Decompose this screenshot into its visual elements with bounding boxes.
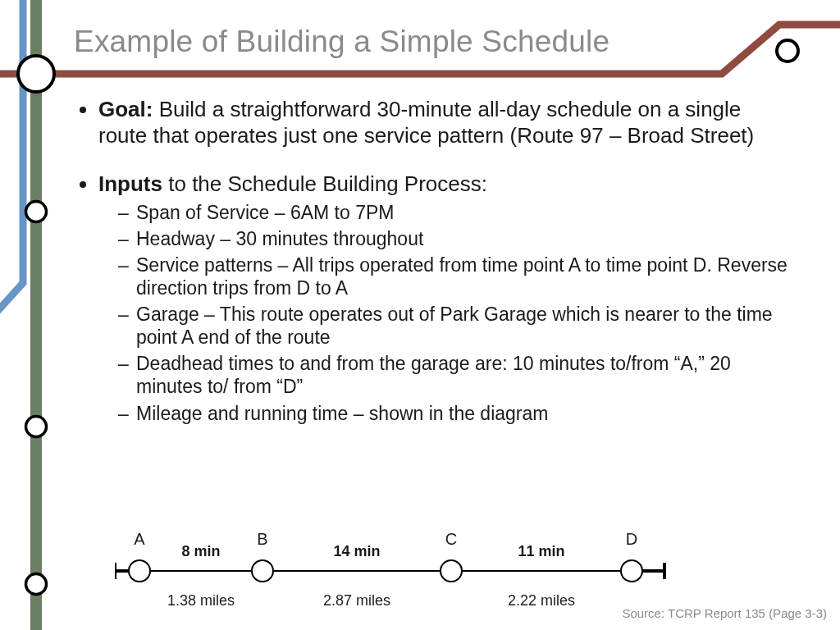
input-item: Service patterns – All trips operated fr… [118,253,791,299]
goal-bullet: Goal: Build a straightforward 30-minute … [98,97,791,148]
input-item: Span of Service – 6AM to 7PM [118,201,791,224]
inputs-sublist: Span of Service – 6AM to 7PM Headway – 3… [98,201,791,424]
diagram-seg-miles: 1.38 miles [167,592,235,609]
bullet-list: Goal: Build a straightforward 30-minute … [74,97,791,425]
goal-label: Goal: [98,97,153,121]
diagram-seg-time: 11 min [518,543,564,560]
goal-text: Build a straightforward 30-minute all-da… [98,97,754,148]
route-diagram: A B C D 8 min 14 min 11 min 1.38 miles 2… [115,528,705,619]
diagram-node-c [440,559,463,582]
slide-title: Example of Building a Simple Schedule [74,25,791,59]
diagram-seg-time: 8 min [181,543,220,560]
diagram-node-b [251,559,274,582]
diagram-node-label: A [134,530,144,549]
diagram-node-label: C [445,530,457,549]
source-citation: Source: TCRP Report 135 (Page 3-3) [622,606,827,620]
slide-content: Example of Building a Simple Schedule Go… [0,0,840,425]
svg-point-3 [26,574,47,595]
input-item: Deadhead times to and from the garage ar… [118,352,791,398]
input-item: Headway – 30 minutes throughout [118,227,791,250]
diagram-node-d [620,559,643,582]
inputs-label: Inputs [98,171,162,196]
input-item: Mileage and running time – shown in the … [118,402,791,425]
inputs-text: to the Schedule Building Process: [162,171,487,196]
diagram-seg-miles: 2.22 miles [508,592,575,609]
diagram-node-label: B [257,530,267,549]
diagram-node-a [128,559,151,582]
diagram-seg-miles: 2.87 miles [323,592,390,609]
diagram-seg-time: 14 min [333,543,380,560]
diagram-node-label: D [626,530,637,549]
input-item: Garage – This route operates out of Park… [118,303,791,349]
inputs-bullet: Inputs to the Schedule Building Process:… [98,171,791,424]
